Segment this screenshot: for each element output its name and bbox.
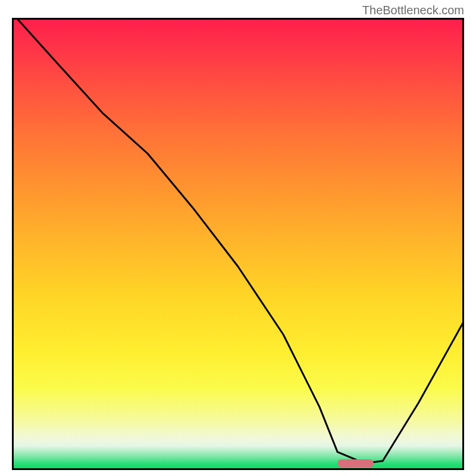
plot-area (12, 18, 464, 470)
watermark-text: TheBottleneck.com (362, 4, 464, 17)
plot-frame (12, 18, 464, 470)
chart-container: TheBottleneck.com (0, 0, 476, 476)
